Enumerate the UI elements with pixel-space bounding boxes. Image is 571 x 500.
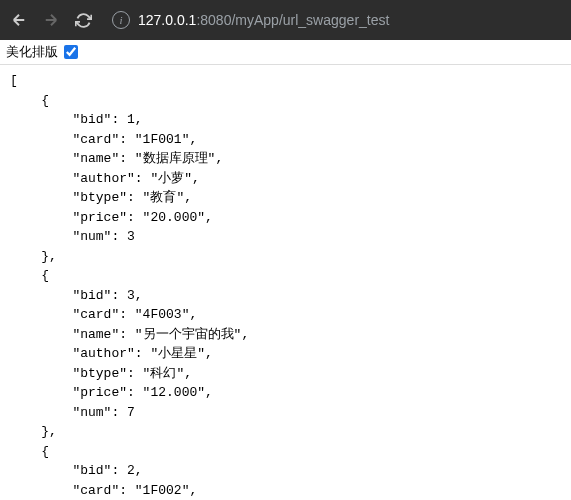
forward-icon[interactable] — [42, 11, 60, 29]
back-icon[interactable] — [10, 11, 28, 29]
json-content: [ { "bid": 1, "card": "1F001", "name": "… — [0, 65, 571, 500]
pretty-print-checkbox[interactable] — [64, 45, 78, 59]
url-text: 127.0.0.1:8080/myApp/url_swagger_test — [138, 12, 389, 28]
url-host: 127.0.0.1 — [138, 12, 196, 28]
url-port-path: :8080/myApp/url_swagger_test — [196, 12, 389, 28]
reload-icon[interactable] — [74, 11, 92, 29]
nav-buttons — [10, 11, 92, 29]
pretty-print-bar: 美化排版 — [0, 40, 571, 65]
browser-toolbar: i 127.0.0.1:8080/myApp/url_swagger_test — [0, 0, 571, 40]
address-bar[interactable]: i 127.0.0.1:8080/myApp/url_swagger_test — [104, 11, 561, 29]
content-area: 美化排版 [ { "bid": 1, "card": "1F001", "nam… — [0, 40, 571, 500]
info-icon[interactable]: i — [112, 11, 130, 29]
pretty-print-label: 美化排版 — [6, 43, 58, 61]
